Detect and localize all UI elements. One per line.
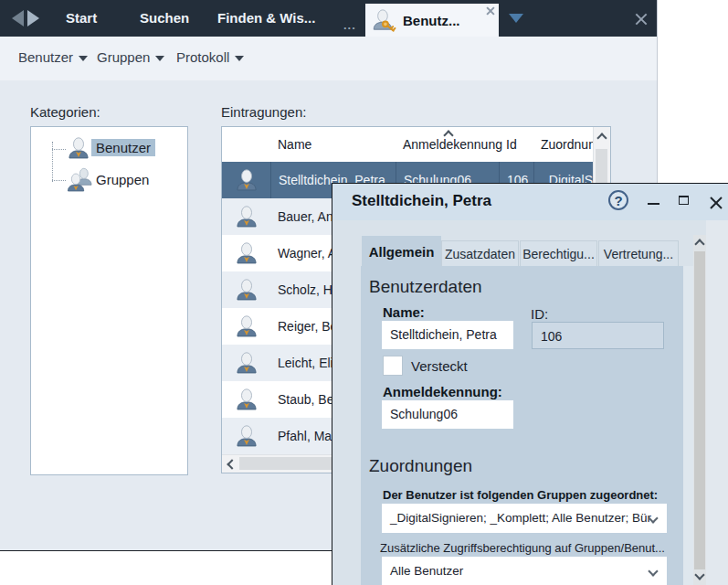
dialog-gutter [683, 266, 693, 585]
user-avatar-icon [222, 271, 270, 308]
help-icon[interactable]: ? [608, 190, 628, 210]
scroll-up-icon[interactable] [596, 133, 607, 143]
user-avatar-icon [222, 162, 270, 198]
dialog-vertical-scrollbar[interactable] [693, 235, 706, 585]
entries-label: Eintragungen: [221, 104, 306, 120]
scrollbar-thumb[interactable] [694, 251, 705, 569]
user-avatar-icon [222, 235, 270, 271]
user-properties-dialog: Stelltdichein, Petra ? Allgemein Zusatzd… [332, 183, 728, 585]
menubar: Benutzer Gruppen Protokoll [0, 37, 657, 80]
categories-tree: Benutzer Gruppen [30, 126, 188, 475]
versteckt-checkbox[interactable] [383, 356, 403, 376]
scroll-up-icon[interactable] [694, 239, 704, 249]
group-icon [66, 166, 93, 194]
tab-page-allgemein: Benutzerdaten Name: Stelltdichein, Petra… [361, 266, 683, 585]
menu-protokoll[interactable]: Protokoll [176, 49, 244, 65]
tab-start[interactable]: Start [66, 10, 97, 26]
tree-item-gruppen[interactable]: Gruppen [91, 171, 153, 188]
menu-protokoll-label: Protokoll [176, 49, 229, 65]
maximize-icon[interactable] [679, 196, 689, 205]
screenshot-root: Start Suchen Finden & Wis... ... Benutz.… [0, 0, 728, 585]
column-header-id[interactable]: Id [506, 137, 517, 152]
name-input[interactable]: Stelltdichein, Petra [382, 321, 513, 349]
name-label: Name: [383, 304, 425, 320]
dialog-titlebar[interactable]: Stelltdichein, Petra ? [332, 184, 728, 220]
column-header-anmeldekennung[interactable]: Anmeldekennung [403, 137, 502, 152]
user-avatar-icon [222, 418, 270, 454]
chevron-down-icon [79, 56, 88, 61]
section-heading-zuordnungen: Zuordnungen [369, 456, 472, 476]
user-avatar-icon [222, 308, 270, 345]
tab-suchen[interactable]: Suchen [140, 10, 189, 26]
dialog-right-margin [706, 220, 728, 585]
section-heading-benutzerdaten: Benutzerdaten [369, 277, 482, 297]
tree-connector [52, 180, 66, 181]
tab-berechtigungen[interactable]: Berechtigu... [520, 240, 597, 267]
groups-dropdown-value: _DigitalSignieren; _Komplett; Alle Benut… [390, 511, 651, 525]
tab-vertretung[interactable]: Vertretung... [598, 240, 679, 267]
access-dropdown[interactable]: Alle Benutzer [382, 557, 667, 585]
tree-connector [52, 149, 66, 150]
chevron-down-icon [648, 566, 658, 576]
chevron-down-icon [235, 56, 244, 61]
chevron-down-icon [155, 56, 164, 61]
versteckt-label: Versteckt [411, 358, 468, 374]
menu-gruppen[interactable]: Gruppen [97, 49, 164, 65]
user-icon [66, 135, 91, 161]
anmeldekennung-label: Anmeldekennung: [383, 384, 502, 399]
tree-item-benutzer[interactable]: Benutzer [91, 139, 155, 156]
ribbon-tab-bar: Start Suchen Finden & Wis... ... Benutz.… [0, 0, 657, 37]
user-avatar-icon [222, 198, 270, 235]
forward-icon[interactable] [27, 10, 39, 27]
tab-list-dropdown-icon[interactable] [509, 14, 523, 23]
id-label: ID: [531, 306, 548, 322]
scroll-down-icon[interactable] [694, 569, 704, 580]
user-key-icon [373, 8, 397, 33]
tab-close-icon[interactable] [486, 6, 494, 15]
tab-finden-wissen[interactable]: Finden & Wis... [217, 10, 315, 26]
window-close-icon[interactable] [634, 12, 648, 26]
back-icon[interactable] [12, 10, 24, 27]
user-avatar-icon [222, 381, 270, 418]
anmeldekennung-input[interactable]: Schulung06 [382, 400, 513, 429]
categories-label: Kategorien: [30, 104, 100, 120]
active-tab-label: Benutz... [403, 13, 460, 28]
scroll-left-icon[interactable] [227, 459, 237, 469]
groups-label: Der Benutzer ist folgenden Gruppen zugeo… [383, 488, 658, 502]
menu-benutzer-label: Benutzer [18, 49, 73, 65]
menu-gruppen-label: Gruppen [97, 49, 150, 65]
tab-allgemein[interactable]: Allgemein [362, 235, 441, 268]
access-label: Zusätzliche Zugriffsberechtigung auf Gru… [380, 541, 665, 555]
tab-benutzerverwaltung-active[interactable]: Benutz... [365, 4, 499, 37]
access-dropdown-value: Alle Benutzer [390, 564, 463, 578]
groups-dropdown[interactable]: _DigitalSignieren; _Komplett; Alle Benut… [382, 504, 667, 533]
tree-connector [52, 142, 53, 182]
id-field: 106 [532, 322, 664, 349]
tab-overflow-dots[interactable]: ... [343, 18, 356, 32]
close-icon[interactable] [709, 196, 723, 209]
menu-benutzer[interactable]: Benutzer [18, 49, 88, 65]
minimize-icon[interactable] [648, 203, 659, 205]
column-header-name[interactable]: Name [278, 137, 311, 152]
user-avatar-icon [222, 345, 270, 381]
tab-zusatzdaten[interactable]: Zusatzdaten [441, 240, 519, 267]
dialog-title: Stelltdichein, Petra [352, 192, 491, 210]
